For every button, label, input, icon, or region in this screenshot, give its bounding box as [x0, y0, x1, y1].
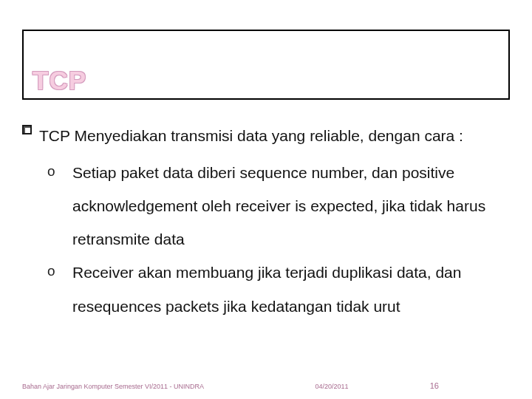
footer-date: 04/20/2011: [315, 383, 348, 390]
footer-page-number: 16: [430, 381, 439, 390]
sub-list: o Setiap paket data diberi sequence numb…: [47, 156, 510, 323]
sub-item: o Setiap paket data diberi sequence numb…: [47, 156, 510, 256]
sub-item: o Receiver akan membuang jika terjadi du…: [47, 256, 510, 322]
slide-body: TCP Menyediakan transmisi data yang reli…: [22, 120, 510, 323]
slide-title: TCP: [33, 66, 86, 95]
slide-footer: Bahan Ajar Jaringan Komputer Semester VI…: [22, 381, 510, 390]
title-box: TCP: [22, 30, 510, 100]
bullet-item: TCP Menyediakan transmisi data yang reli…: [22, 120, 510, 151]
footer-source: Bahan Ajar Jaringan Komputer Semester VI…: [22, 383, 204, 390]
sub-bullet-marker: o: [47, 256, 65, 287]
square-bullet-icon: [22, 125, 32, 134]
sub-item-text: Receiver akan membuang jika terjadi dupl…: [72, 256, 510, 322]
sub-item-text: Setiap paket data diberi sequence number…: [72, 156, 510, 256]
bullet-text: TCP Menyediakan transmisi data yang reli…: [39, 120, 463, 151]
sub-bullet-marker: o: [47, 156, 65, 187]
